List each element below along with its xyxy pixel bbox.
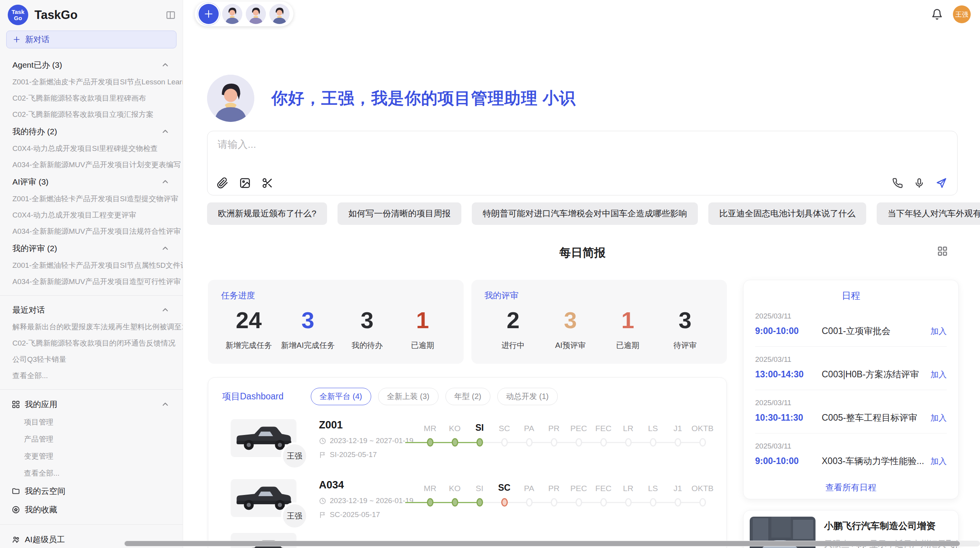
stat-label: AI预评审 [547, 340, 594, 351]
stat-value: 24 [226, 308, 272, 333]
briefing-title: 每日简报 [559, 246, 606, 259]
milestone-dot [625, 498, 632, 507]
app-logo-text-top: Task [12, 9, 24, 15]
sidebar-section-title: Agent已办 (3) [12, 60, 162, 70]
teammate-avatar[interactable] [246, 4, 266, 24]
scissors-icon[interactable] [262, 177, 273, 189]
project-dashboard-card: 项目Dashboard 全新平台 (4) 全新上装 (3) 年型 (2) 动总开… [208, 377, 727, 548]
image-icon[interactable] [239, 177, 251, 189]
schedule-join-link[interactable]: 加入 [930, 413, 947, 423]
recent-section-header[interactable]: 最近对话 [0, 301, 183, 319]
horizontal-scrollbar-thumb[interactable] [125, 541, 960, 546]
milestone-label: LR [623, 480, 634, 493]
sidebar-section-header[interactable]: AI评审 (3) [0, 173, 183, 191]
new-chat-button[interactable]: 新对话 [6, 31, 176, 48]
stat-value: 3 [281, 308, 335, 333]
user-avatar[interactable]: 王强 [953, 5, 971, 23]
divider [0, 524, 183, 525]
apps-view-all[interactable]: 查看全部... [0, 465, 183, 482]
stat: 3 我的待办 [344, 308, 390, 351]
panel-collapse-icon[interactable] [166, 10, 176, 20]
milestone: OKTB [690, 480, 715, 507]
project-next-milestone: SC-2025-05-17 [319, 510, 416, 519]
app-title: TaskGo [34, 8, 166, 22]
chevron-up-icon[interactable] [162, 128, 169, 135]
suggestion-chip[interactable]: 欧洲新规最近颁布了什么? [207, 202, 327, 225]
suggestion-chip[interactable]: 当下年轻人对汽车外观有怎样的喜好趋势 [877, 202, 980, 225]
schedule-join-link[interactable]: 加入 [930, 326, 947, 337]
schedule-date: 2025/03/11 [755, 399, 947, 407]
schedule-view-all-link[interactable]: 查看所有日程 [755, 476, 947, 499]
milestone-dot [576, 498, 582, 507]
recent-chat-item[interactable]: C02-飞腾新能源轻客改款项目的闭环通告反馈情况 [0, 335, 183, 351]
chevron-up-icon[interactable] [162, 307, 169, 313]
project-row[interactable]: 王强 A034 2023-12-19 ~ 2026-01-19 SC-2025-… [208, 479, 726, 519]
milestone-dot [650, 498, 656, 507]
add-member-button[interactable] [199, 4, 219, 24]
teammate-avatar[interactable] [269, 4, 290, 24]
horizontal-scrollbar-track[interactable] [124, 541, 980, 546]
milestone-label: J1 [673, 420, 682, 433]
dashboard-filter-tab[interactable]: 动总开发 (1) [497, 388, 558, 405]
milestone-dot [551, 498, 557, 507]
project-row[interactable]: 王强 Z001 2023-12-19 ~ 2027-01-19 SI-2025-… [208, 419, 726, 459]
milestone-dot [675, 438, 681, 447]
dashboard-title: 项目Dashboard [222, 390, 284, 402]
project-code: A034 [319, 479, 416, 491]
sidebar-item-cloud-space[interactable]: 我的云空间 [0, 482, 183, 500]
sidebar-item[interactable]: Z001-全新燃油轻卡产品开发项目SI节点属性5D文件评审 [0, 257, 183, 274]
sidebar-item[interactable]: A034-全新新能源MUV产品开发项目法规符合性评审 [0, 223, 183, 240]
milestone-label: J1 [673, 480, 682, 493]
recent-chat-item[interactable]: 解释最新出台的欧盟报废车法规再生塑料比例被调至15%... [0, 319, 183, 335]
phone-icon[interactable] [892, 178, 903, 188]
chat-input[interactable] [217, 138, 799, 151]
sidebar-section-header[interactable]: 我的评审 (2) [0, 240, 183, 257]
mic-icon[interactable] [914, 178, 925, 188]
sidebar-item-favorites[interactable]: 我的收藏 [0, 500, 183, 519]
paperclip-icon[interactable] [217, 177, 228, 189]
sidebar-section: Agent已办 (3) Z001-全新燃油皮卡产品开发项目SI节点Lesson … [0, 56, 183, 123]
recent-view-all[interactable]: 查看全部... [0, 368, 183, 384]
apps-section-header[interactable]: 我的应用 [0, 395, 183, 414]
sidebar-item[interactable]: C0X4-动力总成开发项目工程变更评审 [0, 207, 183, 223]
suggestion-chip[interactable]: 如何写一份清晰的项目周报 [338, 202, 461, 225]
teammate-avatar[interactable] [222, 4, 242, 24]
project-code: Z001 [319, 419, 416, 431]
chevron-up-icon[interactable] [162, 178, 169, 185]
recent-chat-item[interactable]: 公司Q3轻卡销量 [0, 351, 183, 368]
sidebar-item[interactable]: A034-全新新能源MUV产品开发项目造型可行性评审 [0, 274, 183, 290]
suggestion-chip[interactable]: 特朗普可能对进口汽车增税会对中国车企造成哪些影响 [472, 202, 698, 225]
milestone-label: PR [548, 480, 559, 493]
grid-icon[interactable] [937, 246, 948, 257]
suggestion-chip[interactable]: 比亚迪全固态电池计划具体说了什么 [708, 202, 866, 225]
chevron-up-icon[interactable] [162, 401, 169, 408]
sidebar-section-header[interactable]: 我的待办 (2) [0, 123, 183, 140]
sidebar-item[interactable]: C02-飞腾新能源轻客改款项目里程碑画布 [0, 90, 183, 106]
schedule-join-link[interactable]: 加入 [930, 456, 947, 467]
grid-icon [12, 400, 20, 409]
briefing-header: 每日简报 [207, 245, 958, 261]
sidebar-section-header[interactable]: Agent已办 (3) [0, 56, 183, 74]
bell-icon[interactable] [931, 9, 943, 20]
schedule-join-link[interactable]: 加入 [930, 369, 947, 380]
sidebar-item[interactable]: Z001-全新燃油皮卡产品开发项目SI节点Lesson Learn报告 [0, 74, 183, 90]
sidebar-item[interactable]: Z001-全新燃油轻卡产品开发项目SI造型提交物评审 [0, 191, 183, 207]
chevron-up-icon[interactable] [162, 245, 169, 252]
send-icon[interactable] [935, 177, 947, 189]
project-date-range: 2023-12-19 ~ 2026-01-19 [319, 497, 416, 505]
schedule-item: 2025/03/11 13:00-14:30 C003|H0B-方案冻结评审 加… [755, 346, 947, 390]
app-item[interactable]: 变更管理 [0, 448, 183, 465]
dashboard-filter-tab[interactable]: 年型 (2) [445, 388, 490, 405]
milestone: OKTB [690, 420, 715, 447]
sidebar-item[interactable]: C02-飞腾新能源轻客改款项目立项汇报方案 [0, 106, 183, 123]
app-item[interactable]: 项目管理 [0, 414, 183, 431]
sidebar-item[interactable]: A034-全新新能源MUV产品开发项目计划变更表编写 [0, 157, 183, 173]
dashboard-filter-tab[interactable]: 全新上装 (3) [378, 388, 439, 405]
milestone-dot [600, 498, 607, 507]
dashboard-filter-tab[interactable]: 全新平台 (4) [311, 388, 371, 405]
chevron-up-icon[interactable] [162, 62, 169, 68]
milestone-dot [600, 438, 607, 447]
app-item[interactable]: 产品管理 [0, 431, 183, 448]
milestone-label: KO [449, 480, 461, 493]
sidebar-item[interactable]: C0X4-动力总成开发项目SI里程碑提交物检查 [0, 140, 183, 157]
